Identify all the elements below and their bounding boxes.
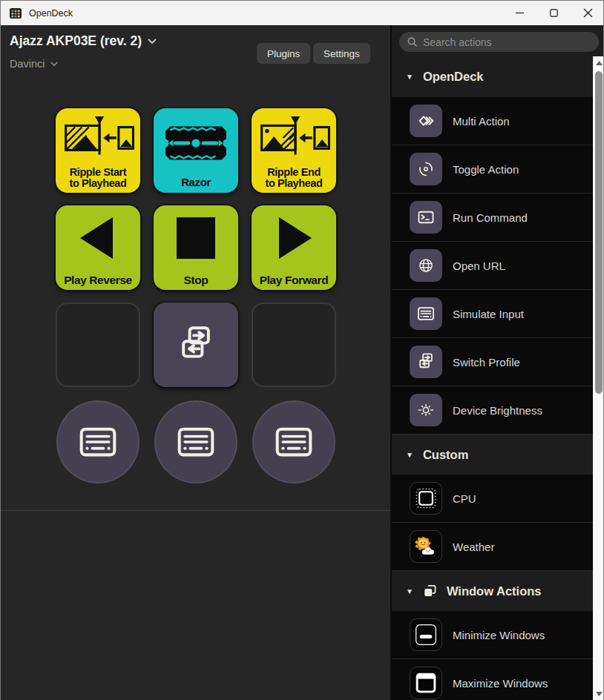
scroll-down-arrow[interactable] (593, 689, 604, 699)
action-device-brightness[interactable]: Device Brightness (392, 386, 593, 435)
device-selector[interactable]: Ajazz AKP03E (rev. 2) (10, 33, 157, 49)
action-tile (410, 394, 442, 426)
section-header-custom[interactable]: ▼ Custom (392, 435, 593, 475)
globe-icon (416, 255, 436, 276)
action-tile (410, 667, 442, 699)
action-minimize-windows[interactable]: Minimize Windows (392, 611, 593, 659)
action-tile (410, 346, 442, 378)
run-command-icon (416, 207, 436, 228)
section-title: Window Actions (447, 584, 542, 598)
dial-1[interactable] (56, 400, 139, 483)
section-header-opendeck[interactable]: ▼ OpenDeck (392, 56, 593, 97)
profile-name: Davinci (10, 58, 45, 70)
collapse-triangle-icon: ▼ (406, 451, 413, 459)
switch-profile-icon (174, 323, 218, 367)
key-label: Play Forward (252, 274, 336, 286)
plugins-button[interactable]: Plugins (257, 43, 310, 64)
section-header-window-actions[interactable]: ▼ Window Actions (392, 571, 593, 611)
action-label: Maximize Windows (453, 677, 548, 690)
toggle-action-icon (416, 159, 436, 179)
key-label: Stop (154, 274, 238, 286)
device-panel: Ajazz AKP03E (rev. 2) Davinci Plugins Se… (1, 25, 390, 700)
action-tile (410, 153, 442, 185)
action-label: Minimize Windows (453, 629, 545, 641)
collapse-triangle-icon: ▼ (406, 587, 413, 595)
device-name: Ajazz AKP03E (rev. 2) (10, 33, 142, 49)
simulate-input-icon (271, 419, 317, 465)
titlebar: OpenDeck (1, 1, 604, 25)
action-label: Toggle Action (453, 163, 519, 176)
maximize-button[interactable] (536, 1, 571, 25)
dial-2[interactable] (154, 400, 237, 483)
key-ripple-end[interactable]: Ripple End to Playhead (252, 108, 336, 193)
minimize-windows-icon (413, 621, 439, 648)
window-title: OpenDeck (29, 8, 73, 19)
key-stop[interactable]: Stop (154, 205, 238, 290)
action-weather[interactable]: Weather (392, 523, 593, 571)
action-switch-profile[interactable]: Switch Profile (392, 338, 593, 386)
action-cpu[interactable]: CPU (392, 475, 593, 523)
key-empty-slot[interactable] (252, 303, 336, 387)
cpu-chip-icon (413, 486, 439, 511)
play-reverse-icon (68, 213, 128, 263)
search-input[interactable] (423, 36, 591, 48)
action-label: CPU (453, 492, 476, 505)
simulate-input-icon (173, 419, 219, 465)
key-label: Razor (154, 176, 238, 188)
scrollbar-thumb[interactable] (595, 71, 603, 394)
key-switch-profile[interactable] (154, 303, 238, 387)
switch-profile-icon (416, 351, 436, 372)
action-simulate-input[interactable]: Simulate Input (392, 290, 593, 338)
key-play-reverse[interactable]: Play Reverse (56, 205, 140, 290)
chevron-down-icon (50, 62, 58, 67)
dial-3[interactable] (252, 400, 335, 483)
action-tile (410, 249, 442, 282)
scroll-up-arrow[interactable] (593, 58, 604, 68)
close-button[interactable] (571, 1, 604, 25)
action-multi-action[interactable]: Multi Action (392, 97, 593, 145)
profile-selector[interactable]: Davinci (10, 58, 58, 70)
action-label: Simulate Input (453, 308, 524, 320)
chevron-down-icon (148, 39, 157, 44)
search-bar[interactable] (399, 32, 599, 52)
key-grid: Ripple Start to Playhead Razor (56, 108, 336, 484)
key-label: Play Reverse (56, 274, 140, 286)
key-razor[interactable]: Razor (154, 108, 238, 193)
action-list: ▼ OpenDeck Multi Action (392, 56, 593, 700)
stop-icon (166, 213, 226, 263)
brightness-icon (416, 400, 436, 420)
close-icon (584, 9, 592, 17)
action-tile (410, 530, 442, 563)
razor-icon (160, 120, 232, 166)
section-title: OpenDeck (423, 70, 484, 84)
action-run-command[interactable]: Run Command (392, 194, 593, 242)
action-tile (410, 201, 442, 234)
minimize-icon (516, 9, 524, 17)
key-play-forward[interactable]: Play Forward (252, 205, 336, 290)
action-toggle-action[interactable]: Toggle Action (392, 145, 593, 194)
key-ripple-start[interactable]: Ripple Start to Playhead (56, 108, 140, 193)
action-tile (410, 297, 442, 330)
ripple-end-icon (257, 115, 331, 164)
windows-stack-icon (423, 584, 437, 598)
action-label: Run Command (453, 211, 528, 224)
actions-panel: ▼ OpenDeck Multi Action (390, 25, 604, 700)
action-open-url[interactable]: Open URL (392, 242, 593, 290)
action-label: Device Brightness (453, 404, 542, 417)
maximize-windows-icon (413, 670, 439, 696)
simulate-input-icon (416, 303, 436, 324)
opendeck-window: OpenDeck Ajazz AKP03E (rev. 2) Davinci (0, 0, 604, 700)
weather-sun-cloud-icon (413, 533, 439, 560)
action-maximize-windows[interactable]: Maximize Windows (392, 659, 593, 700)
key-empty-slot[interactable] (56, 303, 140, 387)
settings-button[interactable]: Settings (313, 43, 370, 64)
action-tile (410, 482, 442, 515)
app-icon (10, 7, 22, 19)
key-label: Ripple Start to Playhead (56, 167, 140, 189)
action-tile (410, 618, 442, 651)
ripple-start-icon (61, 115, 135, 164)
key-label: Ripple End to Playhead (252, 167, 336, 189)
scrollbar[interactable] (593, 56, 604, 700)
minimize-button[interactable] (502, 1, 536, 25)
action-label: Weather (453, 541, 494, 553)
